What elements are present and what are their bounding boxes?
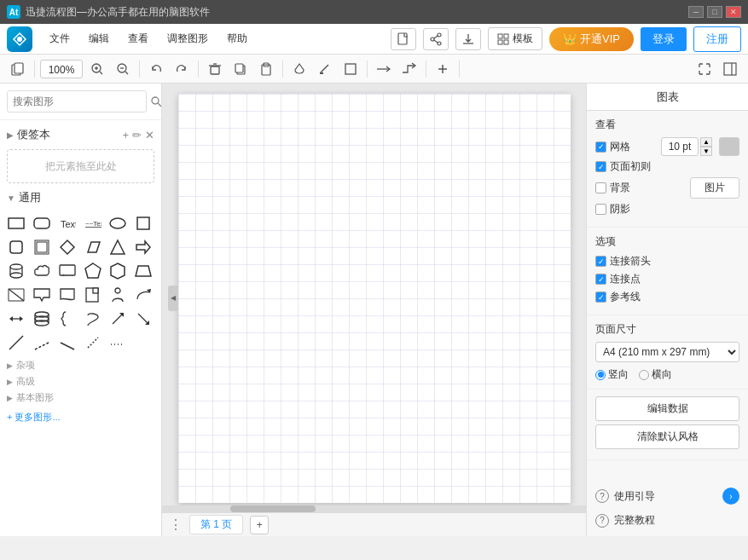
page-style-checkbox-label[interactable]: ✓ 页面初则 [595,159,651,174]
guide-link[interactable]: ? 使用引导 › [595,486,739,506]
shape-arrow-right[interactable] [132,236,154,258]
shape-rect[interactable] [5,212,27,234]
share-button[interactable] [423,28,449,50]
page-tab-1[interactable]: 第 1 页 [189,515,243,534]
shape-ellipse[interactable] [107,212,129,234]
shape-triangle[interactable] [107,236,129,258]
shape-double-border[interactable] [31,236,53,258]
menu-edit[interactable]: 编辑 [80,28,118,49]
connect-arrow-label[interactable]: ✓ 连接箭头 [595,254,651,268]
horizontal-scrollbar[interactable] [162,505,586,512]
shape-square[interactable] [132,212,154,234]
search-input[interactable] [7,90,147,113]
menu-view[interactable]: 查看 [119,28,157,49]
shape-text[interactable]: Text [56,212,78,234]
download-button[interactable] [455,28,481,50]
search-icon[interactable] [150,91,162,112]
paste-button[interactable] [255,58,277,80]
pages-icon[interactable] [7,58,29,80]
canvas-page[interactable]: ◀ [178,94,571,503]
shape-line-diag2[interactable] [31,332,53,354]
shadow-checkbox-label[interactable]: 阴影 [595,202,630,216]
page-style-checkbox[interactable]: ✓ [595,161,606,172]
redo-button[interactable] [171,58,193,80]
tutorial-link[interactable]: ? 完整教程 [595,511,739,529]
fill-color-button[interactable] [288,58,310,80]
connect-point-checkbox[interactable]: ✓ [595,274,606,285]
page-size-select[interactable]: A4 (210 mm x 297 mm) [595,342,739,362]
ref-line-checkbox[interactable]: ✓ [595,292,606,303]
shape-person[interactable] [107,284,129,306]
favorites-close-icon[interactable]: ✕ [145,129,154,141]
fullscreen-button[interactable] [693,58,716,80]
favorites-edit-icon[interactable]: ✏ [132,129,142,141]
undo-button[interactable] [145,58,167,80]
menu-file[interactable]: 文件 [41,28,78,49]
menu-adjust[interactable]: 调整图形 [159,28,217,49]
shadow-checkbox[interactable] [595,204,606,215]
vip-button[interactable]: 👑 开通VIP [549,27,634,51]
more-shapes-item[interactable]: + 更多图形... [0,406,161,425]
shape-db[interactable] [31,308,53,330]
edit-data-button[interactable]: 编辑数据 [595,396,739,421]
shape-squiggle-text[interactable]: ~~Text [82,212,104,234]
delete-button[interactable] [204,58,226,80]
zoom-in-button[interactable] [86,58,108,80]
shape-line-h[interactable] [56,332,78,354]
portrait-radio-label[interactable]: 竖向 [595,367,629,382]
add-button[interactable] [432,58,454,80]
grid-color-swatch[interactable] [719,137,739,156]
template-button[interactable]: 模板 [488,27,542,50]
shape-diagonal-arrow2[interactable] [132,308,154,330]
grid-value-input[interactable] [661,137,699,156]
shape-line-diag1[interactable] [5,332,27,354]
shape-parallelogram[interactable] [82,236,104,258]
image-button[interactable]: 图片 [690,177,739,199]
shape-document[interactable] [56,284,78,306]
shape-curve-arrow[interactable] [132,284,154,306]
page-collapse-button[interactable]: ◀ [168,286,178,311]
favorites-section-header[interactable]: ▶ 便签本 + ✏ ✕ [0,124,161,146]
shape-line-dot[interactable] [107,332,129,354]
general-section-header[interactable]: ▼ 通用 [0,187,161,209]
shape-diamond[interactable] [56,236,78,258]
maximize-button[interactable]: □ [707,6,722,18]
shape-trapezoid[interactable] [132,260,154,282]
basic-shapes-subsection[interactable]: ▶ 基本图形 [0,390,161,406]
grid-spin-down[interactable]: ▼ [700,147,712,156]
login-button[interactable]: 登录 [641,27,687,51]
copy-button[interactable] [229,58,252,80]
zoom-out-button[interactable] [112,58,134,80]
grid-checkbox-label[interactable]: ✓ 网格 [595,140,630,154]
add-page-button[interactable]: + [250,516,269,534]
new-file-button[interactable] [391,28,416,50]
shape-message[interactable] [56,260,78,282]
connect-arrow-checkbox[interactable]: ✓ [595,256,606,267]
panel-toggle-button[interactable] [719,58,741,80]
portrait-radio[interactable] [595,370,606,380]
shape-rounded-square[interactable] [5,236,27,258]
shape-curly-brace[interactable] [56,308,78,330]
register-button[interactable]: 注册 [693,26,741,52]
close-button[interactable]: ✕ [726,6,741,18]
shape-cylinder[interactable] [5,260,27,282]
shape-line-v[interactable] [82,332,104,354]
connect-point-label[interactable]: ✓ 连接点 [595,272,641,286]
connector-button[interactable] [398,58,420,80]
shape-pentagon[interactable] [82,260,104,282]
shape-double-arrow[interactable] [5,308,27,330]
clear-style-button[interactable]: 清除默认风格 [595,424,739,449]
line-color-button[interactable] [314,58,336,80]
ref-line-label[interactable]: ✓ 参考线 [595,290,641,304]
advanced-subsection[interactable]: ▶ 高级 [0,373,161,390]
shape-triangle2[interactable] [5,284,27,306]
grid-spin-up[interactable]: ▲ [700,137,712,147]
menu-help[interactable]: 帮助 [218,28,256,49]
bg-checkbox-label[interactable]: 背景 [595,181,630,195]
border-button[interactable] [339,58,362,80]
shape-rounded-rect[interactable] [31,212,53,234]
landscape-radio[interactable] [639,370,649,380]
shape-message2[interactable] [31,284,53,306]
favorites-add-icon[interactable]: + [122,129,129,141]
arrow-right-button[interactable] [373,58,395,80]
